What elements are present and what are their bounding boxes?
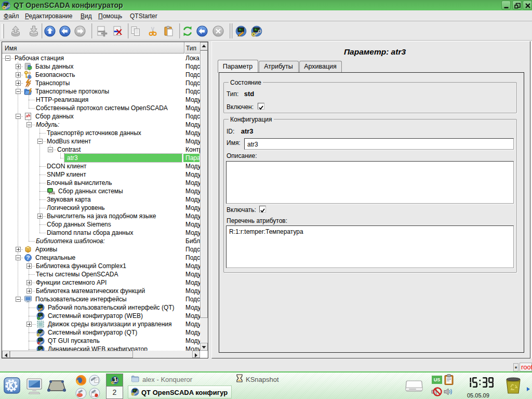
- svg-text:?: ?: [26, 255, 30, 261]
